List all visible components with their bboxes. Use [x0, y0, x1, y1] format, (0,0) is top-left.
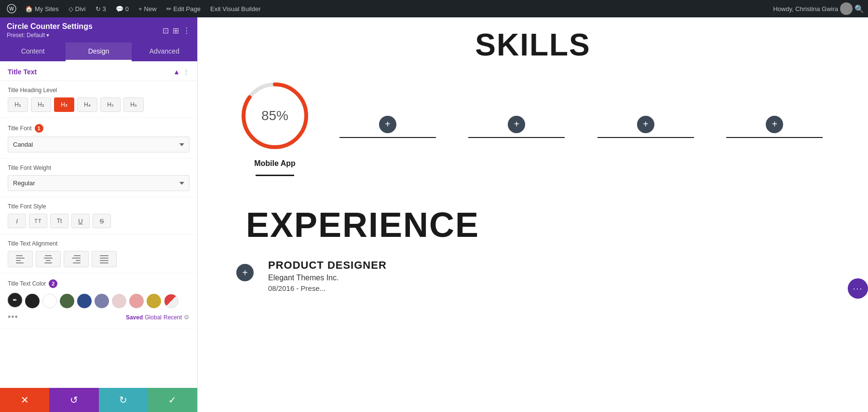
admin-bar-new[interactable]: + New: [135, 0, 161, 17]
capitalize-btn[interactable]: Tt: [50, 214, 68, 228]
heading-h3-btn[interactable]: H₃: [54, 97, 74, 112]
undo-button[interactable]: ↺: [49, 388, 98, 412]
color-swatch-darkgreen[interactable]: [60, 294, 74, 308]
italic-btn[interactable]: I: [8, 214, 26, 228]
column-divider-4: [597, 137, 694, 138]
uppercase-btn[interactable]: TT: [29, 214, 47, 228]
panel-menu-icon[interactable]: ⋮: [183, 26, 190, 35]
align-justify-btn[interactable]: [92, 251, 117, 267]
admin-bar-mysites[interactable]: 🏠 My Sites: [21, 0, 63, 17]
color-swatch-medblue[interactable]: [95, 294, 109, 308]
column-divider-3: [468, 137, 565, 138]
align-left-btn[interactable]: [8, 251, 33, 267]
section-title-text: Title Text ▲ ⋮: [0, 61, 197, 81]
wp-logo[interactable]: W: [4, 1, 19, 16]
strikethrough-btn[interactable]: S: [93, 214, 111, 228]
search-icon[interactable]: 🔍: [854, 4, 864, 14]
admin-bar-comments[interactable]: 💬 0: [112, 0, 133, 17]
tab-design[interactable]: Design: [66, 42, 131, 61]
job-date: 08/2016 - Prese...: [268, 284, 796, 292]
title-font-select[interactable]: DefaultCandalOpen SansRobotoLato: [8, 137, 190, 152]
field-title-text-alignment: Title Text Alignment: [0, 234, 197, 274]
admin-bar-divi[interactable]: ◇ Divi: [65, 0, 90, 17]
title-font-weight-select[interactable]: ThinLightRegularMediumBoldExtra BoldBlac…: [8, 175, 190, 191]
tab-content[interactable]: Content: [0, 42, 66, 61]
color-swatch-darkblue[interactable]: [77, 294, 92, 308]
font-style-buttons: I TT Tt U S: [8, 214, 190, 228]
skills-heading: SKILLS: [227, 27, 839, 63]
panel-resize-icon[interactable]: ⊡: [163, 26, 169, 35]
panel-header: Circle Counter Settings Preset: Default …: [0, 17, 197, 42]
panel-title: Circle Counter Settings: [7, 22, 93, 31]
title-text-alignment-label: Title Text Alignment: [8, 240, 190, 247]
admin-bar-exit-builder[interactable]: Exit Visual Builder: [206, 0, 265, 17]
color-picker-btn[interactable]: ✒: [8, 293, 22, 307]
experience-heading: EXPERIENCE: [227, 205, 839, 245]
field-title-font-weight: Title Font Weight ThinLightRegularMedium…: [0, 159, 197, 197]
cancel-button[interactable]: ✕: [0, 388, 49, 412]
add-module-btn-2[interactable]: +: [379, 116, 396, 133]
align-justify-icon: [100, 255, 108, 263]
align-center-icon: [44, 255, 53, 263]
add-module-btn-3[interactable]: +: [508, 116, 525, 133]
heading-h1-btn[interactable]: H₁: [8, 97, 28, 112]
plus-column-5: +: [710, 116, 840, 138]
color-gear-btn[interactable]: ⚙: [184, 314, 190, 321]
circle-counter-1: 85% Mobile App: [227, 77, 323, 176]
page-content: SKILLS 85% Mobile App: [198, 17, 868, 312]
add-module-btn-4[interactable]: +: [637, 116, 654, 133]
panel-layout-icon[interactable]: ⊞: [173, 26, 179, 35]
title-font-label: Title Font 1: [8, 124, 190, 133]
plus-column-2: +: [323, 116, 452, 138]
heading-h5-btn[interactable]: H₅: [100, 97, 121, 112]
tab-advanced[interactable]: Advanced: [132, 42, 197, 61]
section-options-btn[interactable]: ⋮: [183, 68, 190, 76]
color-swatch-stripe[interactable]: [164, 294, 178, 308]
panel-preset[interactable]: Preset: Default ▾: [7, 32, 93, 39]
color-saved-btn[interactable]: Saved: [126, 314, 143, 321]
heading-h6-btn[interactable]: H₆: [123, 97, 144, 112]
title-font-style-label: Title Font Style: [8, 203, 190, 210]
chevron-down-icon: ▾: [46, 32, 49, 39]
more-options-btn[interactable]: ···: [848, 278, 868, 299]
color-more-btn[interactable]: •••: [8, 312, 18, 322]
font-badge: 1: [35, 124, 43, 133]
heading-level-buttons: H₁ H₂ H₃ H₄ H₅ H₆: [8, 97, 190, 112]
add-experience-btn[interactable]: +: [236, 264, 254, 281]
color-swatch-white[interactable]: [42, 294, 57, 308]
align-left-icon: [16, 255, 25, 263]
field-title-text-color: Title Text Color 2 ✒: [0, 274, 197, 329]
field-title-heading-level: Title Heading Level H₁ H₂ H₃ H₄ H₅ H₆: [0, 81, 197, 118]
admin-bar-editpage[interactable]: ✏ Edit Page: [163, 0, 204, 17]
heading-h4-btn[interactable]: H₄: [77, 97, 97, 112]
color-badge: 2: [49, 279, 57, 288]
color-swatch-black[interactable]: [25, 294, 40, 308]
redo-button[interactable]: ↻: [99, 388, 148, 412]
color-recent-btn[interactable]: Recent: [163, 314, 182, 321]
align-center-btn[interactable]: [36, 251, 61, 267]
column-divider-2: [339, 137, 436, 138]
admin-bar-updates[interactable]: ↻ 3: [92, 0, 110, 17]
updates-icon: ↻: [95, 5, 101, 13]
add-module-btn-5[interactable]: +: [766, 116, 783, 133]
section-collapse-btn[interactable]: ▲: [173, 68, 180, 76]
experience-row: + PRODUCT DESIGNER Elegant Themes Inc. 0…: [227, 259, 839, 292]
align-right-btn[interactable]: [64, 251, 89, 267]
align-right-icon: [72, 255, 81, 263]
underline-btn[interactable]: U: [71, 214, 90, 228]
page-canvas: SKILLS 85% Mobile App: [198, 17, 868, 412]
heading-h2-btn[interactable]: H₂: [31, 97, 51, 112]
panel-tabs: Content Design Advanced: [0, 42, 197, 61]
title-heading-level-label: Title Heading Level: [8, 87, 190, 94]
color-swatch-lightpink[interactable]: [112, 294, 126, 308]
panel-footer: ✕ ↺ ↻ ✓: [0, 388, 197, 412]
color-swatch-pink[interactable]: [129, 294, 144, 308]
title-font-weight-label: Title Font Weight: [8, 165, 190, 171]
color-global-btn[interactable]: Global: [145, 314, 162, 321]
admin-bar: W 🏠 My Sites ◇ Divi ↻ 3 💬 0 + New ✏ Edit…: [0, 0, 868, 17]
circle-counter-value: 85%: [261, 108, 288, 124]
plus-column-4: +: [581, 116, 710, 138]
color-swatch-gold[interactable]: [147, 294, 161, 308]
color-swatches: [25, 294, 178, 308]
save-button[interactable]: ✓: [148, 388, 197, 412]
